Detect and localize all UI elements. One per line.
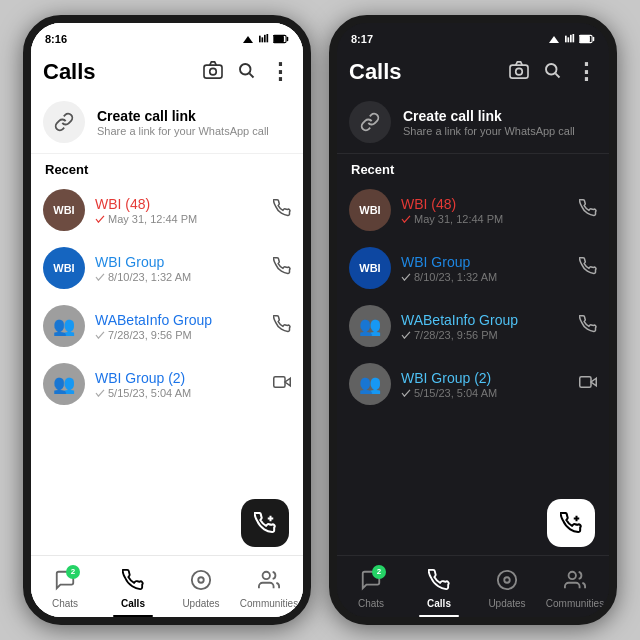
svg-rect-4	[264, 35, 266, 43]
call-info: WBI (48) May 31, 12:44 PM	[401, 196, 569, 225]
search-icon[interactable]	[543, 61, 561, 84]
call-item[interactable]: WBI WBI Group 8/10/23, 1:32 AM	[31, 239, 303, 297]
svg-line-30	[555, 73, 559, 77]
svg-rect-8	[287, 37, 288, 41]
create-link-subtitle: Share a link for your WhatsApp call	[403, 125, 575, 137]
page-title: Calls	[349, 59, 402, 85]
nav-label-updates: Updates	[488, 598, 525, 609]
nav-icon-chats: 2	[54, 569, 76, 596]
svg-point-29	[546, 64, 557, 75]
call-item[interactable]: WBI WBI Group 8/10/23, 1:32 AM	[337, 239, 609, 297]
svg-point-11	[240, 64, 251, 75]
phone-dark: 8:17 Calls	[329, 15, 617, 625]
create-link-subtitle: Share a link for your WhatsApp call	[97, 125, 269, 137]
call-meta: 7/28/23, 9:56 PM	[95, 329, 263, 341]
call-action-icon[interactable]	[579, 315, 597, 338]
call-action-icon[interactable]	[273, 199, 291, 222]
nav-label-communities: Communities	[240, 598, 298, 609]
call-meta: May 31, 12:44 PM	[401, 213, 569, 225]
nav-item-updates[interactable]: Updates	[167, 556, 235, 617]
call-info: WBI Group 8/10/23, 1:32 AM	[401, 254, 569, 283]
svg-marker-13	[285, 378, 290, 386]
nav-item-communities[interactable]: Communities	[541, 556, 609, 617]
call-meta: 5/15/23, 5:04 AM	[401, 387, 569, 399]
svg-point-15	[192, 570, 210, 588]
svg-rect-7	[274, 36, 284, 42]
svg-rect-3	[262, 37, 264, 42]
call-item[interactable]: 👥 WABetaInfo Group 7/28/23, 9:56 PM	[31, 297, 303, 355]
call-info: WABetaInfo Group 7/28/23, 9:56 PM	[401, 312, 569, 341]
nav-label-calls: Calls	[427, 598, 451, 609]
nav-badge: 2	[66, 565, 80, 579]
call-avatar: 👥	[349, 363, 391, 405]
call-avatar: WBI	[349, 247, 391, 289]
camera-icon[interactable]	[203, 61, 223, 84]
call-name: WBI Group	[95, 254, 263, 270]
call-item[interactable]: WBI WBI (48) May 31, 12:44 PM	[31, 181, 303, 239]
bottom-nav: 2 Chats Calls Updates Communities	[337, 555, 609, 617]
nav-item-chats[interactable]: 2 Chats	[337, 556, 405, 617]
app-header: Calls ⋮	[31, 51, 303, 91]
call-action-icon[interactable]	[273, 315, 291, 338]
nav-label-communities: Communities	[546, 598, 604, 609]
call-action-icon[interactable]	[579, 257, 597, 280]
call-name: WBI Group	[401, 254, 569, 270]
create-call-link[interactable]: Create call link Share a link for your W…	[31, 91, 303, 154]
search-icon[interactable]	[237, 61, 255, 84]
call-item[interactable]: 👥 WBI Group (2) 5/15/23, 5:04 AM	[337, 355, 609, 413]
link-icon	[43, 101, 85, 143]
menu-icon[interactable]: ⋮	[575, 59, 597, 85]
nav-item-communities[interactable]: Communities	[235, 556, 303, 617]
svg-point-10	[210, 68, 217, 75]
page-title: Calls	[43, 59, 96, 85]
call-meta: 5/15/23, 5:04 AM	[95, 387, 263, 399]
call-name: WBI Group (2)	[401, 370, 569, 386]
nav-item-updates[interactable]: Updates	[473, 556, 541, 617]
create-call-link[interactable]: Create call link Share a link for your W…	[337, 91, 609, 154]
svg-rect-20	[565, 36, 567, 43]
menu-icon[interactable]: ⋮	[269, 59, 291, 85]
nav-icon-communities	[564, 569, 586, 596]
nav-badge: 2	[372, 565, 386, 579]
svg-point-33	[498, 570, 516, 588]
nav-icon-calls	[428, 569, 450, 596]
status-bar: 8:16	[31, 23, 303, 51]
call-info: WBI Group (2) 5/15/23, 5:04 AM	[401, 370, 569, 399]
call-item[interactable]: WBI WBI (48) May 31, 12:44 PM	[337, 181, 609, 239]
nav-icon-calls	[122, 569, 144, 596]
nav-item-calls[interactable]: Calls	[99, 556, 167, 617]
svg-rect-2	[259, 36, 261, 43]
nav-icon-communities	[258, 569, 280, 596]
app-header: Calls ⋮	[337, 51, 609, 91]
call-avatar: WBI	[43, 247, 85, 289]
svg-point-34	[504, 577, 510, 583]
status-icons	[547, 34, 595, 44]
svg-rect-9	[204, 65, 222, 78]
nav-icon-updates	[496, 569, 518, 596]
call-action-icon[interactable]	[273, 373, 291, 396]
side-stripe	[613, 143, 617, 193]
call-info: WBI Group 8/10/23, 1:32 AM	[95, 254, 263, 283]
call-name: WABetaInfo Group	[401, 312, 569, 328]
nav-icon-chats: 2	[360, 569, 382, 596]
call-info: WABetaInfo Group 7/28/23, 9:56 PM	[95, 312, 263, 341]
call-action-icon[interactable]	[579, 199, 597, 222]
nav-icon-updates	[190, 569, 212, 596]
nav-item-chats[interactable]: 2 Chats	[31, 556, 99, 617]
nav-label-chats: Chats	[358, 598, 384, 609]
new-call-fab[interactable]	[547, 499, 595, 547]
recent-label: Recent	[31, 154, 303, 181]
call-action-icon[interactable]	[273, 257, 291, 280]
call-item[interactable]: 👥 WBI Group (2) 5/15/23, 5:04 AM	[31, 355, 303, 413]
svg-rect-14	[274, 376, 285, 387]
nav-label-updates: Updates	[182, 598, 219, 609]
camera-icon[interactable]	[509, 61, 529, 84]
call-action-icon[interactable]	[579, 373, 597, 396]
call-avatar: 👥	[43, 363, 85, 405]
call-meta: May 31, 12:44 PM	[95, 213, 263, 225]
new-call-fab[interactable]	[241, 499, 289, 547]
create-link-title: Create call link	[97, 108, 269, 124]
call-item[interactable]: 👥 WABetaInfo Group 7/28/23, 9:56 PM	[337, 297, 609, 355]
nav-item-calls[interactable]: Calls	[405, 556, 473, 617]
call-avatar: WBI	[43, 189, 85, 231]
